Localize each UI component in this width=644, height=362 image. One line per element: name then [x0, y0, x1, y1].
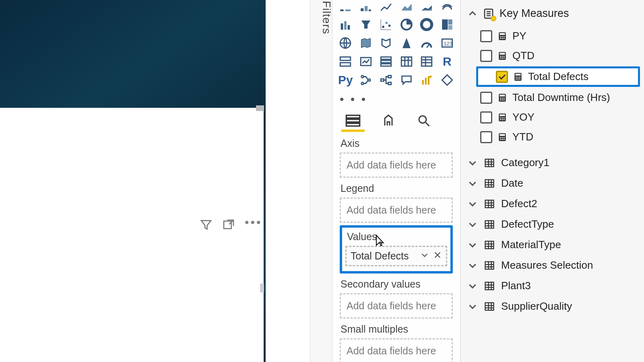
viz-r-visual-icon[interactable]: R — [440, 54, 455, 69]
svg-rect-40 — [388, 82, 391, 85]
visual-placeholder[interactable]: ••• — [0, 108, 264, 362]
viz-table-icon[interactable] — [399, 54, 414, 69]
viz-slicer-icon[interactable] — [379, 54, 394, 69]
visualizations-pane: 123 R Py • • • — [332, 0, 460, 362]
viz-ribbon-icon[interactable] — [440, 0, 455, 14]
svg-point-56 — [502, 36, 503, 37]
viz-multirow-card-icon[interactable] — [338, 54, 353, 69]
measure-label: QTD — [512, 49, 535, 62]
viz-area-icon[interactable] — [399, 0, 414, 14]
viz-gallery-more[interactable]: • • • — [332, 93, 460, 109]
visual-resize-handle-side[interactable] — [260, 284, 264, 292]
table-icon — [483, 301, 495, 312]
measure-label: Total Defects — [528, 70, 588, 83]
legend-drop-zone[interactable]: Add data fields here — [340, 197, 453, 223]
viz-stacked-bar-icon[interactable] — [338, 0, 353, 14]
svg-rect-26 — [381, 64, 392, 66]
measure-item[interactable]: Total Defects — [476, 66, 640, 87]
svg-rect-94 — [500, 134, 505, 136]
svg-rect-25 — [381, 60, 392, 63]
viz-azure-map-icon[interactable] — [399, 35, 414, 51]
viz-stacked-area-icon[interactable] — [419, 0, 434, 14]
analytics-tab[interactable] — [412, 112, 436, 132]
table-item[interactable]: Category1 — [461, 152, 644, 173]
field-checkbox[interactable] — [480, 131, 492, 143]
viz-key-influencers-icon[interactable] — [359, 72, 373, 88]
field-checkbox[interactable] — [480, 50, 492, 62]
svg-point-90 — [500, 119, 501, 120]
filters-pane-collapsed[interactable]: Filters — [310, 0, 332, 362]
viz-clustered-bar-icon[interactable] — [359, 0, 374, 14]
chevron-down-icon — [467, 301, 478, 312]
svg-point-37 — [368, 79, 371, 81]
measure-list: PYQTDTotal DefectsTotal Downtime (Hrs)YO… — [461, 25, 644, 151]
table-item[interactable]: SupplierQuality — [461, 296, 644, 317]
values-well-highlighted: Values Total Defects — [340, 225, 453, 274]
viz-decomposition-tree-icon[interactable] — [379, 72, 393, 88]
viz-line-icon[interactable] — [379, 0, 394, 14]
measure-item[interactable]: Total Downtime (Hrs) — [461, 88, 644, 107]
filters-pane-label: Filters — [310, 0, 333, 34]
viz-smart-narrative-icon[interactable] — [419, 72, 434, 88]
fields-group-header[interactable]: Key Measures — [461, 0, 644, 25]
viz-funnel-icon[interactable] — [359, 17, 374, 32]
viz-card-icon[interactable]: 123 — [440, 35, 455, 51]
table-item[interactable]: Defect2 — [461, 193, 644, 214]
svg-point-9 — [382, 26, 384, 28]
table-item[interactable]: Measures Selection — [461, 255, 644, 276]
viz-scatter-icon[interactable] — [379, 17, 394, 32]
svg-point-63 — [500, 56, 501, 57]
measure-item[interactable]: PY — [461, 26, 644, 46]
values-field-chip[interactable]: Total Defects — [345, 246, 447, 266]
field-checkbox[interactable] — [480, 92, 492, 104]
viz-treemap-icon[interactable] — [440, 17, 455, 32]
axis-drop-zone[interactable]: Add data fields here — [340, 152, 453, 178]
visual-resize-handle-top[interactable] — [256, 105, 264, 111]
filter-icon[interactable] — [200, 218, 213, 233]
viz-shape-map-icon[interactable] — [379, 35, 394, 51]
secondary-values-drop-zone[interactable]: Add data fields here — [340, 293, 453, 319]
field-checkbox[interactable] — [480, 30, 492, 42]
viz-qna-icon[interactable] — [399, 72, 414, 88]
viz-clustered-column-icon[interactable] — [338, 17, 353, 32]
field-checkbox[interactable] — [480, 111, 492, 123]
table-item[interactable]: MaterialType — [461, 234, 644, 255]
table-item[interactable]: DefectType — [461, 214, 644, 234]
small-multiples-placeholder: Add data fields here — [347, 345, 446, 357]
svg-rect-24 — [381, 57, 392, 60]
field-checkbox[interactable] — [496, 71, 508, 83]
chevron-down-icon[interactable] — [420, 250, 429, 262]
svg-point-71 — [516, 76, 517, 78]
more-options-icon[interactable]: ••• — [245, 218, 262, 233]
svg-text:123: 123 — [444, 41, 452, 47]
small-multiples-drop-zone[interactable]: Add data fields here — [340, 338, 453, 362]
svg-rect-43 — [428, 76, 429, 84]
svg-point-83 — [502, 99, 503, 101]
svg-point-97 — [504, 137, 505, 138]
svg-rect-70 — [516, 74, 521, 75]
fields-tab[interactable] — [341, 112, 365, 132]
format-tab[interactable] — [377, 112, 400, 132]
svg-rect-6 — [341, 23, 343, 30]
viz-python-visual-icon[interactable]: Py — [338, 72, 353, 88]
chevron-down-icon — [467, 281, 478, 291]
viz-filled-map-icon[interactable] — [359, 35, 374, 51]
measure-item[interactable]: YTD — [461, 127, 644, 147]
remove-field-icon[interactable] — [433, 250, 442, 262]
viz-donut-icon[interactable] — [419, 17, 434, 32]
table-item[interactable]: Date — [461, 173, 644, 193]
measure-item[interactable]: QTD — [461, 46, 644, 66]
legend-well-label: Legend — [341, 183, 453, 194]
field-wells: Axis Add data fields here Legend Add dat… — [332, 132, 460, 362]
viz-paginated-report-icon[interactable] — [440, 72, 454, 88]
viz-kpi-icon[interactable] — [359, 54, 374, 69]
table-item[interactable]: Plant3 — [461, 276, 644, 296]
viz-map-icon[interactable] — [338, 35, 353, 51]
table-label: SupplierQuality — [501, 300, 572, 313]
focus-mode-icon[interactable] — [222, 218, 235, 233]
viz-pie-icon[interactable] — [399, 17, 414, 32]
viz-matrix-icon[interactable] — [419, 54, 434, 69]
measure-item[interactable]: YOY — [461, 107, 644, 127]
viz-gauge-icon[interactable] — [419, 35, 434, 51]
svg-rect-46 — [346, 119, 359, 122]
